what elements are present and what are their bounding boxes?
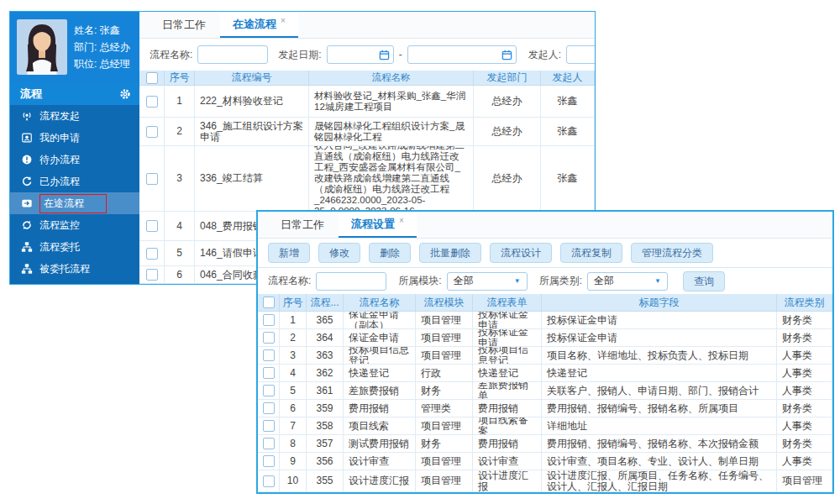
process-design-button[interactable]: 流程设计 [490,243,552,263]
sitemap-icon [21,241,33,253]
row-checkbox[interactable] [263,349,275,361]
col-header-name[interactable]: 流程名称 [309,71,474,85]
sidebar-item-delegated-processes[interactable]: 被委托流程 [10,258,139,280]
cell-dept: 总经办 [474,118,541,145]
initiator-label: 发起人: [528,48,561,62]
process-name-input[interactable] [197,45,268,64]
cell-no: 4 [165,212,195,240]
sidebar-item-completed-processes[interactable]: 已办流程 [10,171,139,192]
col-header-person[interactable]: 发起人 [541,71,595,85]
sidebar-item-process-start[interactable]: 流程发起 [10,105,139,127]
row-checkbox[interactable] [263,385,275,396]
date-to-input[interactable] [407,45,517,64]
tab-process-settings[interactable]: 流程设置 × [339,212,417,238]
cell-dept: 总经办 [474,146,541,211]
sidebar-header: 流程 [10,82,139,105]
row-checkbox[interactable] [263,402,275,414]
col-header-no[interactable]: 序号 [280,294,307,311]
sitemap-icon [21,263,33,275]
row-checkbox[interactable] [263,455,275,467]
cell-module: 项目管理 [416,347,473,364]
avatar [17,19,67,75]
tab-daily-work[interactable]: 日常工作 [268,212,337,238]
cell-form: 项目线索备案 [473,417,542,434]
row-checkbox[interactable] [146,220,158,232]
col-header-code[interactable]: 流程... [307,294,344,311]
cell-name: 晟铭园林绿化工程组织设计方案_晟铭园林绿化工程 [309,118,474,145]
row-checkbox[interactable] [146,248,158,260]
row-checkbox[interactable] [146,96,158,108]
col-header-name[interactable]: 流程名称 [344,294,416,311]
col-header-code[interactable]: 流程编号 [195,71,309,85]
search-button[interactable]: 查询 [683,271,725,291]
row-checkbox[interactable] [263,475,275,487]
calendar-icon[interactable] [501,50,512,60]
row-checkbox[interactable] [146,269,158,281]
row-checkbox[interactable] [263,367,275,379]
initiator-input[interactable] [566,45,595,64]
col-header-no[interactable]: 序号 [165,71,195,85]
manage-process-category-button[interactable]: 管理流程分类 [631,243,713,263]
cell-title-fields: 设计审查、项目名称、专业、设计人、制单日期 [542,453,777,470]
cell-name: 项目线索 [344,417,416,434]
sidebar-item-label: 流程监控 [39,218,80,233]
row-checkbox[interactable] [263,438,275,449]
col-header-form[interactable]: 流程表单 [473,294,542,311]
category-select[interactable]: 全部 ▼ [587,272,668,291]
cell-person: 张鑫 [541,146,595,211]
process-name-input[interactable] [316,272,386,291]
redo-icon [21,176,33,187]
calendar-icon[interactable] [379,50,390,60]
profile-info: 姓名: 张鑫 部门: 总经办 职位: 总经理 [74,22,130,72]
cell-form: 设计进度汇报 [473,470,542,491]
row-checkbox[interactable] [146,173,158,185]
sidebar-item-label: 被委托流程 [39,262,90,276]
row-checkbox[interactable] [146,126,158,138]
sidebar-header-label: 流程 [20,87,42,102]
row-checkbox[interactable] [263,420,275,432]
cell-category: 人事类 [777,453,832,470]
cell-no: 2 [165,118,195,145]
col-header-module[interactable]: 流程模块 [416,294,473,311]
batch-delete-button[interactable]: 批量删除 [419,243,481,263]
cell-code: 362 [307,365,344,381]
cell-form: 投标保证金申请 [473,312,542,328]
cell-category: 人事类 [777,347,832,364]
process-settings-table: 序号 流程... 流程名称 流程模块 流程表单 标题字段 流程类别 1 365 … [258,294,832,492]
sidebar-item-process-delegation[interactable]: 流程委托 [10,236,139,258]
col-header-category[interactable]: 流程类别 [777,294,832,311]
start-date-label: 发起日期: [278,48,321,62]
row-checkbox[interactable] [263,314,275,326]
table-row: 9 356 设计审查 项目管理 设计审查 设计审查、项目名称、专业、设计人、制单… [258,453,832,470]
cell-title-fields: 投标保证金申请 [542,312,777,328]
cell-code: 346_施工组织设计方案申请 [195,118,309,145]
edit-button[interactable]: 修改 [318,243,360,263]
cell-no: 6 [280,400,307,417]
sidebar-item-my-applications[interactable]: 我的申请 [10,127,139,149]
sidebar-item-pending-processes[interactable]: 待办流程 [10,149,139,171]
col-header-dept[interactable]: 发起部门 [474,71,541,85]
cell-code: 355 [307,470,344,491]
close-icon[interactable]: × [399,216,404,225]
cell-category: 财务类 [777,435,832,452]
close-icon[interactable]: × [281,16,286,25]
select-all-checkbox[interactable] [263,297,275,308]
cell-module: 项目管理 [416,470,473,491]
process-copy-button[interactable]: 流程复制 [560,243,622,263]
col-header-title-fields[interactable]: 标题字段 [542,294,777,311]
cell-no: 10 [280,470,307,491]
table-row: 1 222_材料验收登记 材料验收登记_材料采购_张鑫_华润12城房建工程项目 … [139,86,595,118]
tab-in-transit-processes[interactable]: 在途流程 × [220,12,298,38]
select-all-checkbox[interactable] [146,72,158,84]
row-checkbox[interactable] [263,332,275,344]
date-separator: - [399,49,402,60]
gear-icon[interactable] [119,88,131,100]
add-button[interactable]: 新增 [268,243,310,263]
delete-button[interactable]: 删除 [369,243,411,263]
tab-daily-work[interactable]: 日常工作 [150,12,218,38]
module-select[interactable]: 全部 ▼ [447,272,528,291]
sidebar-item-in-transit-processes[interactable]: 在途流程 [10,192,139,214]
cell-title-fields: 设计进度汇报、所属项目、任务名称、任务编号、设计人、汇报人、汇报日期 [542,470,777,491]
sidebar-item-process-monitoring[interactable]: 流程监控 [10,214,139,236]
cell-name: 快递登记 [344,365,416,381]
